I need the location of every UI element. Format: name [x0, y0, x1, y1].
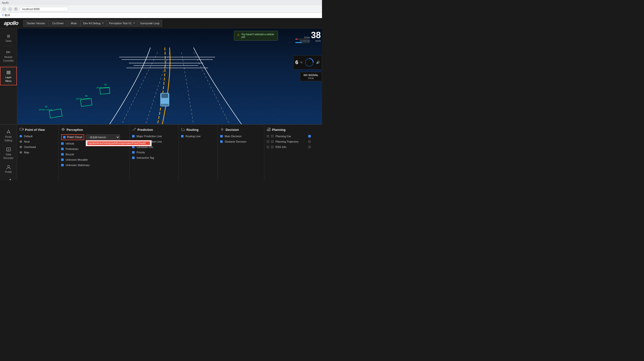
- routing-title-label: Routing: [186, 128, 198, 132]
- sidebar-item-menu-label: Menu: [6, 80, 12, 82]
- planning-car-indicator: [267, 135, 269, 137]
- perception-item-unknown-stationary[interactable]: Unknown Stationary: [61, 163, 127, 167]
- module-controller-icon: [6, 49, 11, 55]
- planning-item-car[interactable]: Planning Car: [267, 134, 311, 138]
- mute-button[interactable]: Mute: [67, 20, 80, 27]
- sidebar-item-layer-menu[interactable]: Layer Menu: [0, 67, 17, 85]
- accel-bar: [295, 42, 310, 43]
- prediction-title-label: Prediction: [138, 128, 153, 132]
- routing-title: Routing: [181, 128, 215, 132]
- channel-select[interactable]: - 请选择channel - /apollo/sensor/velodyne64…: [86, 134, 120, 140]
- docker-version-button[interactable]: Docker Version: [23, 20, 49, 27]
- perception-item-bicycle[interactable]: Bicycle: [61, 152, 127, 156]
- planning-title: Planning: [267, 128, 311, 132]
- pov-near-label: Near: [24, 140, 30, 143]
- reload-button[interactable]: ↻: [14, 7, 18, 11]
- prediction-item-major[interactable]: Major Prediction Line: [132, 134, 176, 138]
- svg-text:(36.5m, 0.0m/s): (36.5m, 0.0m/s): [96, 87, 110, 89]
- point-cloud-row[interactable]: Point Cloud: [61, 134, 84, 140]
- route-dropdown[interactable]: Sunnyvale Loop: [138, 20, 162, 27]
- notification-text: You haven't selected a vehicle yet!: [241, 33, 275, 38]
- planning-panel: Planning Planning Car Planning Trajector…: [264, 125, 313, 180]
- pov-item-map[interactable]: Map: [20, 150, 56, 154]
- vehicle-label: Vehicle: [66, 142, 74, 145]
- bicycle-indicator: [61, 153, 64, 156]
- no-signal-text: NO SIGNAL: [303, 74, 319, 76]
- planning-item-rss[interactable]: RSS Info: [267, 145, 311, 149]
- svg-line-16: [26, 74, 158, 124]
- forward-button[interactable]: →: [8, 7, 12, 11]
- perception-item-unknown-movable[interactable]: Unknown Movable: [61, 158, 127, 162]
- route-editing-label: Route: [5, 135, 12, 138]
- pov-icon: [20, 128, 24, 132]
- unknown-stationary-label: Unknown Stationary: [66, 164, 90, 167]
- pov-map-label: Map: [24, 151, 29, 154]
- rss-info-label: RSS Info: [276, 146, 286, 148]
- sidebar-item-default-routing[interactable]: Default Routing: [0, 176, 17, 180]
- bicycle-label: Bicycle: [66, 153, 74, 156]
- point-cloud-label: Point Cloud: [67, 135, 82, 139]
- prediction-item-interactive-tag[interactable]: Interactive Tag: [132, 156, 176, 160]
- pedestrian-label: Pedestrian: [66, 147, 78, 150]
- sidebar-item-profile[interactable]: Profile: [0, 162, 17, 176]
- translate-bar: T 翻译: [0, 13, 322, 18]
- pov-default-label: Default: [24, 135, 32, 138]
- volume-panel: 6 % 🔊: [293, 55, 322, 69]
- perception-title-label: Perception: [66, 128, 83, 132]
- sidebar-item-module-controller[interactable]: Module Controller: [0, 47, 17, 64]
- planning-item-trajectory[interactable]: Planning Trajectory: [267, 140, 311, 144]
- sidebar-item-route-editing[interactable]: Route Editing: [0, 127, 17, 144]
- perception-title: Perception: [61, 128, 127, 132]
- svg-rect-66: [270, 128, 270, 131]
- rss-toggle: [308, 146, 311, 148]
- main-decision-indicator: [220, 135, 223, 137]
- svg-text:66: 66: [85, 95, 88, 97]
- speed-value: 38: [311, 31, 321, 40]
- pov-title: Point of View: [20, 128, 56, 132]
- pov-default-indicator: [20, 135, 22, 137]
- decision-item-main[interactable]: Main Decision: [220, 134, 262, 138]
- point-cloud-container: Point Cloud - 请选择channel - /apollo/senso…: [61, 134, 127, 140]
- url-bar[interactable]: localhost:8888: [20, 7, 68, 11]
- perception-panel: Perception Point Cloud - 请选择channel - /a…: [59, 125, 130, 180]
- svg-line-58: [182, 128, 184, 129]
- volume-unit: %: [300, 61, 302, 64]
- sidebar-item-data-recorder[interactable]: Data Recorder: [0, 144, 17, 162]
- perception-item-pedestrian[interactable]: Pedestrian: [61, 147, 127, 151]
- planning-traj-indicator: [267, 140, 269, 143]
- perception-dropdown[interactable]: Perception Test V1 ▼: [107, 20, 138, 27]
- devkit-dropdown[interactable]: Dev Kit Debug ▼: [80, 20, 107, 27]
- prediction-item-priority[interactable]: Priority: [132, 150, 176, 154]
- svg-text:10: 10: [45, 105, 47, 108]
- priority-label: Priority: [136, 151, 145, 154]
- decision-item-obstacle[interactable]: Obstacle Decision: [220, 140, 262, 144]
- viz-svg: 10 (34.8m, 0.0m/s) 66 (34.0m, 0.0m/s) 55…: [17, 28, 322, 124]
- channel-dropdown-overlay: /apollo/sensor/velodyne64/compensator/Po…: [86, 140, 152, 146]
- back-button[interactable]: ←: [2, 7, 6, 11]
- rss-indicator2: [271, 146, 274, 148]
- pov-item-default[interactable]: Default: [20, 134, 56, 138]
- pov-item-overhead[interactable]: Overhead: [20, 145, 56, 149]
- priority-indicator: [132, 151, 134, 154]
- pov-panel: Point of View Default Near Overhead Map: [17, 125, 59, 180]
- planning-traj-indicator2: [271, 140, 274, 143]
- perception-dropdown-arrow: ▼: [133, 22, 135, 24]
- pov-item-near[interactable]: Near: [20, 140, 56, 144]
- translate-label: 翻译: [5, 13, 10, 17]
- speed-display: 38 km/h: [311, 31, 321, 42]
- sidebar-item-layer-label: Layer: [6, 76, 12, 79]
- volume-icon[interactable]: 🔊: [316, 61, 320, 64]
- vehicle-indicator: [61, 142, 64, 145]
- co-driver-button[interactable]: Co-Driver: [49, 20, 67, 27]
- data-recorder-icon: [6, 147, 11, 152]
- sidebar-item-tasks[interactable]: ⊞ Tasks: [0, 31, 17, 45]
- svg-rect-45: [6, 148, 10, 151]
- svg-point-49: [8, 165, 10, 167]
- data-recorder-label: Data: [6, 153, 11, 156]
- layer-menu-icon: [6, 70, 11, 75]
- planning-car-indicator2: [271, 135, 274, 137]
- route-editing-icon: [6, 129, 11, 134]
- routing-item-line[interactable]: Routing Line: [181, 134, 215, 138]
- planning-car-label: Planning Car: [276, 135, 291, 138]
- channel-option-selected[interactable]: /apollo/sensor/velodyne64/compensator/Po…: [87, 141, 150, 145]
